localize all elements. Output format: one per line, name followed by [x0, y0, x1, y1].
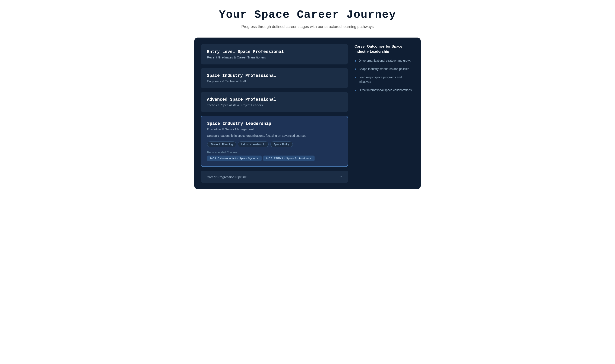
course-mc4[interactable]: MC4: Cybersecurity for Space Systems [207, 156, 262, 161]
stage-entry-title: Entry Level Space Professional [207, 49, 342, 54]
outcome-bullet-4: ● [354, 88, 357, 92]
stage-entry-subtitle: Recent Graduates & Career Transitioners [207, 55, 342, 59]
stage-leadership-subtitle: Executive & Senior Management [207, 127, 342, 131]
outcome-text-1: Drive organizational strategy and growth [359, 58, 412, 63]
stage-industry[interactable]: Space Industry Professional Engineers & … [201, 68, 348, 88]
stage-industry-subtitle: Engineers & Technical Staff [207, 79, 342, 83]
course-mc5[interactable]: MC5: STEM for Space Professionals [263, 156, 315, 161]
stage-advanced-subtitle: Technical Specialists & Project Leaders [207, 103, 342, 107]
pipeline-bar[interactable]: Career Progression Pipeline ↑ [201, 171, 348, 183]
outcome-item-2: ● Shape industry standards and policies [354, 67, 414, 71]
outcome-text-4: Direct international space collaboration… [359, 88, 412, 92]
recommended-courses: MC4: Cybersecurity for Space Systems MC5… [207, 156, 342, 161]
outcome-bullet-1: ● [354, 59, 357, 63]
page-title: Your Space Career Journey [194, 9, 421, 21]
left-column: Entry Level Space Professional Recent Gr… [201, 44, 348, 183]
page-subtitle: Progress through defined career stages w… [194, 25, 421, 29]
stage-advanced-title: Advanced Space Professional [207, 97, 342, 102]
outcome-text-3: Lead major space programs and initiative… [359, 75, 414, 84]
outcomes-panel: Career Outcomes for Space Industry Leade… [354, 44, 414, 183]
page-container: Your Space Career Journey Progress throu… [190, 0, 425, 198]
recommended-label: Recommended Courses: [207, 151, 342, 154]
stage-advanced[interactable]: Advanced Space Professional Technical Sp… [201, 92, 348, 112]
stage-entry[interactable]: Entry Level Space Professional Recent Gr… [201, 44, 348, 65]
tag-space-policy: Space Policy [270, 142, 293, 147]
outcome-item-4: ● Direct international space collaborati… [354, 88, 414, 92]
outcome-bullet-2: ● [354, 67, 357, 71]
main-card: Entry Level Space Professional Recent Gr… [194, 38, 421, 189]
pipeline-arrow: ↑ [340, 175, 342, 180]
outcomes-title: Career Outcomes for Space Industry Leade… [354, 44, 414, 54]
outcome-bullet-3: ● [354, 76, 357, 79]
tag-industry-leadership: Industry Leadership [238, 142, 269, 147]
stage-leadership-title: Space Industry Leadership [207, 121, 342, 126]
tag-strategic-planning: Strategic Planning [207, 142, 236, 147]
stage-industry-title: Space Industry Professional [207, 73, 342, 78]
stage-leadership-description: Strategic leadership in space organizati… [207, 134, 342, 138]
stage-leadership[interactable]: Space Industry Leadership Executive & Se… [201, 116, 348, 167]
pipeline-label: Career Progression Pipeline [207, 175, 247, 179]
outcome-item-3: ● Lead major space programs and initiati… [354, 75, 414, 84]
outcome-text-2: Shape industry standards and policies [359, 67, 409, 71]
outcome-item-1: ● Drive organizational strategy and grow… [354, 58, 414, 63]
tags-row: Strategic Planning Industry Leadership S… [207, 142, 342, 147]
